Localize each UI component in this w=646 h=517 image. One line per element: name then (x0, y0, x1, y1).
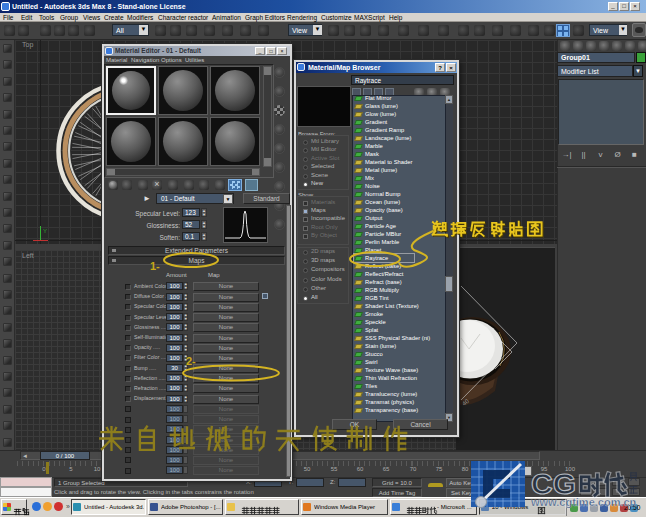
svg-text:2-: 2- (186, 355, 196, 367)
svg-text:1-: 1- (150, 260, 160, 272)
